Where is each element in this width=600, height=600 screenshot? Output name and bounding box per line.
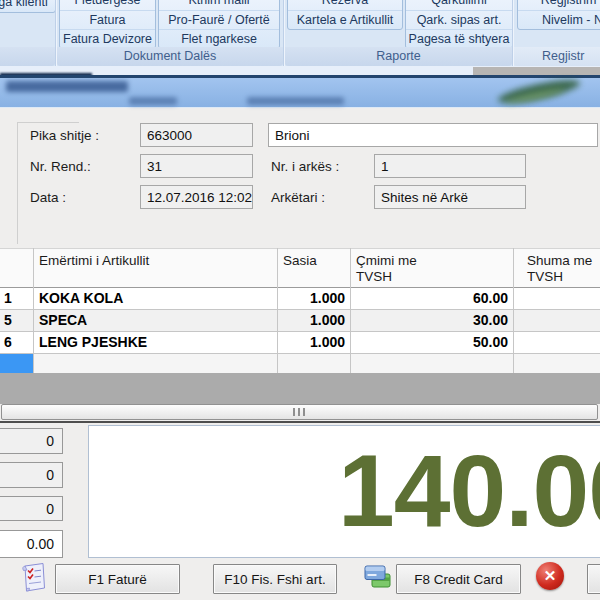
amount-field-2[interactable]: 0 bbox=[0, 462, 63, 488]
ribbon-item-fletdergese[interactable]: Fletdërgesë bbox=[60, 0, 155, 10]
panel-splitter[interactable] bbox=[1, 404, 598, 420]
grid-row-koka-kola[interactable]: 1 KOKA KOLA 1.000 60.00 60.00 bbox=[0, 288, 600, 310]
pika-shitje-label: Pika shitje : bbox=[30, 128, 99, 143]
illegible-text-blob bbox=[247, 97, 344, 105]
illegible-text-blob bbox=[129, 97, 177, 105]
ribbon-item-nivelim[interactable]: Nivelim - Ndr bbox=[518, 10, 600, 29]
cell-name: KOKA KOLA bbox=[33, 288, 277, 310]
ribbon-button-nga-klienti[interactable]: ga klienti bbox=[0, 0, 56, 13]
items-grid: Emërtimi i Artikullit Sasia Çmimi me TVS… bbox=[0, 248, 600, 373]
ribbon-item-qarkullimi[interactable]: Qarkullimi bbox=[406, 0, 512, 10]
amount-field-1[interactable]: 0 bbox=[0, 428, 63, 454]
credit-card-icon[interactable] bbox=[364, 564, 392, 590]
ribbon: ga klienti Fletdërgesë Fatura Fatura Dev… bbox=[0, 0, 600, 66]
close-icon[interactable]: ✕ bbox=[536, 562, 564, 590]
nr-arkes-field[interactable]: 1 bbox=[374, 154, 526, 178]
data-label: Data : bbox=[30, 190, 66, 205]
ribbon-group-label-regjistr: Regjistr bbox=[514, 47, 600, 66]
splitter-grip-icon bbox=[293, 408, 306, 416]
grid-row-leng-pjeshke[interactable]: 6 LENG PJESHKE 1.000 50.00 50.00 bbox=[0, 332, 600, 354]
titlebar bbox=[0, 78, 600, 108]
cell-qty: 1.000 bbox=[277, 288, 350, 310]
ribbon-item-qark-sipas-art[interactable]: Qark. sipas art. bbox=[406, 10, 512, 29]
grid-footer-band bbox=[0, 373, 600, 404]
cell-total: 60.00 bbox=[513, 288, 600, 310]
ribbon-stack-regjistrim: Regjistrim Ko Nivelim - Ndr bbox=[517, 0, 600, 30]
f10-fshi-artikull-button[interactable]: F10 Fis. Fshi art. bbox=[213, 564, 337, 594]
ribbon-item-fatura-devizore[interactable]: Fatura Devizore bbox=[60, 29, 155, 48]
cell-qty: 1.000 bbox=[277, 310, 350, 332]
grid-line bbox=[513, 248, 514, 373]
col-header-rownum bbox=[0, 249, 33, 289]
nr-rend-label: Nr. Rend.: bbox=[30, 159, 91, 174]
nr-arkes-label: Nr. i arkës : bbox=[271, 159, 339, 174]
ribbon-button-label: ga klienti bbox=[0, 0, 55, 12]
cell-price: 60.00 bbox=[350, 288, 513, 310]
ribbon-item-pagesa-te-shtyera[interactable]: Pagesa të shtyera bbox=[406, 29, 512, 48]
ribbon-stack-oferte: Kthim malli Pro-Faurë / Ofertë Flet ngar… bbox=[158, 0, 280, 49]
cell-qty: 1.000 bbox=[277, 332, 350, 354]
ribbon-stack-rezerva: Rezerva Kartela e Artikullit bbox=[287, 0, 403, 30]
illegible-text-blob bbox=[6, 81, 128, 92]
grid-row-speca[interactable]: 5 SPECA 1.000 30.00 30.00 bbox=[0, 310, 600, 332]
grid-header-row: Emërtimi i Artikullit Sasia Çmimi me TVS… bbox=[0, 248, 600, 288]
grid-line bbox=[277, 248, 278, 373]
ribbon-stack-fatura: Fletdërgesë Fatura Fatura Devizore bbox=[59, 0, 156, 49]
data-field[interactable]: 12.07.2016 12:02 bbox=[140, 185, 253, 209]
cell-price: 30.00 bbox=[350, 310, 513, 332]
ribbon-item-fatura[interactable]: Fatura bbox=[60, 10, 155, 29]
grid-line bbox=[33, 248, 34, 373]
ribbon-item-pro-faure-oferte[interactable]: Pro-Faurë / Ofertë bbox=[159, 10, 279, 29]
pos-app-window: ga klienti Fletdërgesë Fatura Fatura Dev… bbox=[0, 0, 600, 600]
ribbon-group-label-stub bbox=[0, 47, 55, 66]
arketari-field[interactable]: Shites në Arkë bbox=[374, 185, 526, 209]
grand-total-value: 140.00 bbox=[338, 425, 600, 558]
f8-credit-card-button[interactable]: F8 Credit Card bbox=[396, 564, 521, 594]
cell-total: 50.00 bbox=[513, 332, 600, 354]
cell-rownum: 5 bbox=[0, 310, 33, 332]
cell-rownum: 1 bbox=[0, 288, 33, 310]
nr-rend-field[interactable]: 31 bbox=[140, 154, 253, 178]
window-gray-patch bbox=[473, 67, 600, 75]
cell-price: 50.00 bbox=[350, 332, 513, 354]
ribbon-item-rezerva[interactable]: Rezerva bbox=[288, 0, 402, 10]
cell-name: LENG PJESHKE bbox=[33, 332, 277, 354]
ribbon-group-label-dokument-dales: Dokument Dalës bbox=[57, 47, 283, 66]
ribbon-item-kthim-malli[interactable]: Kthim malli bbox=[159, 0, 279, 10]
ribbon-item-flet-ngarkese[interactable]: Flet ngarkese bbox=[159, 29, 279, 48]
panel-divider bbox=[0, 421, 600, 423]
col-header-cmimi: Çmimi me TVSH bbox=[350, 249, 513, 289]
amount-field-3[interactable]: 0 bbox=[0, 496, 63, 521]
ribbon-item-regjistrim[interactable]: Regjistrim Ko bbox=[518, 0, 600, 10]
ribbon-stack-qarkullimi: Qarkullimi Qark. sipas art. Pagesa të sh… bbox=[405, 0, 513, 49]
cell-total: 30.00 bbox=[513, 310, 600, 332]
ribbon-group-label-raporte: Raporte bbox=[285, 47, 512, 66]
ribbon-item-kartela-artikullit[interactable]: Kartela e Artikullit bbox=[288, 10, 402, 29]
arketari-label: Arkëtari : bbox=[271, 190, 325, 205]
cell-name: SPECA bbox=[33, 310, 277, 332]
amount-field-4[interactable]: 0.00 bbox=[0, 530, 63, 558]
grid-line bbox=[350, 248, 351, 373]
cell-rownum: 6 bbox=[0, 332, 33, 354]
col-header-emertimi: Emërtimi i Artikullit bbox=[33, 249, 277, 289]
col-header-sasia: Sasia bbox=[277, 249, 350, 289]
partial-edge-button[interactable] bbox=[587, 564, 600, 594]
invoice-scroll-icon[interactable] bbox=[20, 562, 48, 593]
pika-shitje-code-field[interactable]: 663000 bbox=[140, 123, 253, 147]
selected-row-indicator[interactable] bbox=[0, 354, 33, 373]
col-header-shuma: Shuma me TVSH bbox=[513, 249, 600, 289]
grid-row-empty-selected[interactable] bbox=[0, 354, 600, 373]
pika-shitje-name-field[interactable]: Brioni bbox=[268, 123, 598, 147]
f1-fature-button[interactable]: F1 Faturë bbox=[55, 564, 180, 594]
